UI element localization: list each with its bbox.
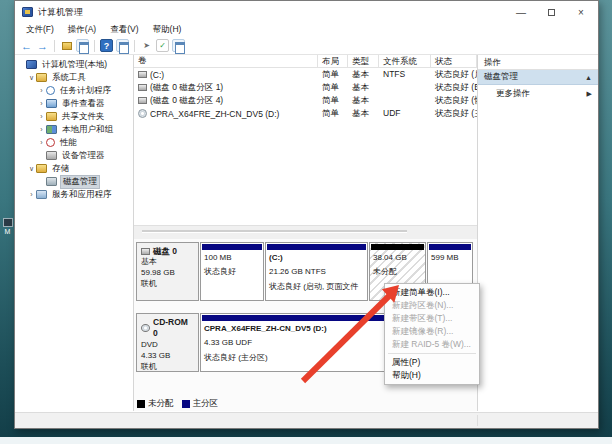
sidebar-item-system-tools[interactable]: ∨ 系统工具 (15, 71, 133, 84)
cell-layout: 简单 (318, 107, 348, 120)
menu-item-new-spanned-volume: 新建跨区卷(N)... (385, 299, 479, 312)
partition-title: (C:) (266, 251, 367, 265)
cell-fs: UDF (379, 107, 431, 120)
volume-row-dvd[interactable]: CPRA_X64FRE_ZH-CN_DV5 (D:) 简单 基本 UDF 状态良… (134, 107, 477, 120)
desktop-shortcut[interactable]: M (1, 218, 14, 235)
menu-item-help[interactable]: 帮助(H) (385, 369, 479, 382)
col-layout[interactable]: 布局 (318, 55, 348, 67)
back-icon[interactable]: ← (20, 39, 33, 52)
context-menu: 新建简单卷(I)... 新建跨区卷(N)... 新建带区卷(T)... 新建镜像… (384, 283, 480, 385)
event-viewer-icon (46, 99, 57, 108)
forward-icon[interactable]: → (36, 39, 49, 52)
tree-label: 任务计划程序 (58, 85, 113, 97)
cdrom-icon (141, 324, 150, 332)
volume-row-c[interactable]: (C:) 简单 基本 NTFS 状态良好 (启动, 页面文件, 故障转储, 基本… (134, 68, 477, 81)
cell-fs: NTFS (379, 68, 431, 81)
sidebar-item-local-users-groups[interactable]: › 本地用户和组 (15, 123, 133, 136)
cell-volume: (磁盘 0 磁盘分区 1) (150, 82, 223, 94)
sidebar-item-shared-folders[interactable]: › 共享文件夹 (15, 110, 133, 123)
panel-icon[interactable] (116, 39, 129, 52)
expander[interactable]: › (37, 100, 46, 107)
cell-layout: 简单 (318, 68, 348, 81)
pane-splitter[interactable] (134, 225, 477, 239)
maximize-button[interactable] (536, 1, 566, 23)
tree-label: 事件查看器 (60, 98, 107, 110)
sidebar-item-event-viewer[interactable]: › 事件查看器 (15, 97, 133, 110)
volume-row-partition4[interactable]: (磁盘 0 磁盘分区 4) 简单 基本 状态良好 (恢复分区) (134, 94, 477, 107)
menu-file[interactable]: 文件(F) (20, 23, 60, 37)
menu-item-properties[interactable]: 属性(P) (385, 356, 479, 369)
sidebar-item-device-manager[interactable]: 设备管理器 (15, 149, 133, 162)
maximize-icon (548, 9, 555, 16)
layout-icon[interactable] (172, 39, 185, 52)
disk0-name: 磁盘 0 (153, 246, 177, 257)
more-actions-label: 更多操作 (496, 88, 530, 100)
cdrom0-header[interactable]: CD-ROM 0 DVD 4.33 GB 联机 (136, 313, 199, 372)
cell-status: 状态良好 (EFI 系统分区) (431, 81, 477, 94)
performance-icon (46, 138, 55, 147)
menu-action[interactable]: 操作(A) (62, 23, 102, 37)
system-tools-icon (36, 73, 47, 82)
drive-icon (138, 71, 147, 78)
disk0-header[interactable]: 磁盘 0 基本 59.98 GB 联机 (136, 242, 199, 301)
expander[interactable]: › (27, 191, 36, 198)
partition-size: 599 MB (428, 251, 472, 265)
export-icon[interactable]: ➤ (140, 39, 153, 52)
minimize-button[interactable]: — (506, 1, 536, 23)
cdrom-type: DVD (141, 340, 194, 351)
desktop-bottom-strip (0, 437, 612, 444)
expander[interactable]: › (37, 113, 46, 120)
tree-label: 存储 (50, 163, 71, 175)
volume-row-partition1[interactable]: (磁盘 0 磁盘分区 1) 简单 基本 状态良好 (EFI 系统分区) (134, 81, 477, 94)
expander[interactable]: › (37, 87, 46, 94)
tree-label-selected: 磁盘管理 (60, 175, 100, 189)
cell-type: 基本 (348, 94, 379, 107)
partition-c[interactable]: (C:) 21.26 GB NTFS 状态良好 (启动, 页面文件 (265, 242, 368, 301)
sidebar-item-storage[interactable]: ∨ 存储 (15, 162, 133, 175)
partition-efi[interactable]: 100 MB 状态良好 (200, 242, 264, 301)
actions-group-disk-management[interactable]: 磁盘管理 ▲ (478, 70, 598, 85)
expander[interactable]: › (37, 139, 46, 146)
menu-help[interactable]: 帮助(H) (147, 23, 188, 37)
expander[interactable]: ∨ (27, 74, 36, 82)
partition-size: 21.26 GB NTFS (266, 265, 367, 279)
partition-color-bar (371, 244, 424, 250)
close-button[interactable]: × (566, 1, 596, 23)
menu-item-new-mirrored-volume: 新建镜像卷(R)... (385, 325, 479, 338)
col-volume[interactable]: 卷 (134, 55, 318, 67)
menu-separator (388, 353, 476, 354)
col-status[interactable]: 状态 (431, 55, 477, 67)
title-bar[interactable]: 计算机管理 — × (15, 1, 598, 23)
cell-volume: (C:) (150, 70, 164, 80)
console-window-icon[interactable] (76, 39, 89, 52)
cell-fs (379, 94, 431, 107)
tree-label: 性能 (58, 137, 79, 149)
expander[interactable]: ∨ (27, 165, 36, 173)
col-filesystem[interactable]: 文件系统 (379, 55, 431, 67)
check-document-icon[interactable]: ✓ (156, 39, 169, 52)
legend: 未分配 主分区 (137, 398, 218, 410)
help-icon[interactable]: ? (100, 39, 113, 52)
sidebar-item-services-apps[interactable]: › 服务和应用程序 (15, 188, 133, 201)
show-tree-icon[interactable] (60, 39, 73, 52)
cell-volume: (磁盘 0 磁盘分区 4) (150, 95, 223, 107)
sidebar-item-performance[interactable]: › 性能 (15, 136, 133, 149)
menu-view[interactable]: 查看(V) (104, 23, 144, 37)
volume-list-header: 卷 布局 类型 文件系统 状态 (134, 55, 477, 68)
expander[interactable]: › (37, 126, 46, 133)
col-type[interactable]: 类型 (348, 55, 379, 67)
sidebar-item-task-scheduler[interactable]: › 任务计划程序 (15, 84, 133, 97)
computer-icon (26, 60, 37, 69)
services-apps-icon (36, 190, 47, 199)
partition-color-bar (267, 244, 366, 250)
sidebar-item-disk-management[interactable]: 磁盘管理 (15, 175, 133, 188)
menu-item-new-raid5-volume: 新建 RAID-5 卷(W)... (385, 338, 479, 351)
menu-item-new-simple-volume[interactable]: 新建简单卷(I)... (385, 286, 479, 299)
legend-unallocated-label: 未分配 (148, 398, 174, 410)
storage-icon (36, 164, 47, 173)
more-actions-item[interactable]: 更多操作 ▶ (478, 85, 598, 102)
sidebar-item-computer-management[interactable]: 计算机管理(本地) (15, 58, 133, 71)
menu-bar: 文件(F) 操作(A) 查看(V) 帮助(H) (15, 23, 598, 37)
collapse-icon[interactable]: ▲ (585, 74, 592, 81)
cell-status: 状态良好 (恢复分区) (431, 94, 477, 107)
